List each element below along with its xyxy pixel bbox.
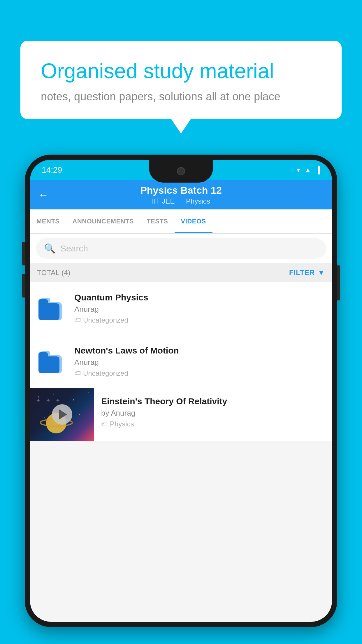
signal-icon: ▲ xyxy=(304,166,311,174)
folder-icon xyxy=(38,297,65,320)
svg-point-2 xyxy=(73,399,74,400)
tag-icon: 🏷 xyxy=(74,316,81,324)
svg-point-6 xyxy=(79,414,80,415)
volume-up-button xyxy=(22,242,25,265)
video-title: Newton's Laws of Motion xyxy=(74,346,325,356)
notch xyxy=(149,160,213,183)
video-author: Anurag xyxy=(74,358,325,367)
folder-front xyxy=(38,303,59,320)
svg-point-0 xyxy=(38,396,39,398)
video-author: Anurag xyxy=(74,305,325,314)
video-info: Newton's Laws of Motion Anurag 🏷 Uncateg… xyxy=(74,346,325,377)
status-time: 14:29 xyxy=(42,165,62,175)
tab-videos[interactable]: VIDEOS xyxy=(175,209,212,233)
list-item[interactable]: Quantum Physics Anurag 🏷 Uncategorized xyxy=(30,282,332,335)
search-container: 🔍 Search xyxy=(30,234,332,263)
subtitle-physics: Physics xyxy=(186,197,210,205)
filter-icon: ▼ xyxy=(318,269,325,277)
folder-icon-container xyxy=(37,347,66,376)
tag-icon: 🏷 xyxy=(101,420,108,428)
tab-announcements[interactable]: ANNOUNCEMENTS xyxy=(66,209,140,233)
speech-bubble-section: Organised study material notes, question… xyxy=(20,41,342,119)
video-tag: 🏷 Uncategorized xyxy=(74,369,325,377)
search-placeholder: Search xyxy=(60,244,88,253)
tabs-bar: MENTS ANNOUNCEMENTS TESTS VIDEOS xyxy=(30,209,332,234)
video-thumbnail xyxy=(30,388,94,441)
wifi-icon: ▾ xyxy=(297,166,300,174)
batch-subtitle: IIT JEE Physics xyxy=(140,197,222,205)
play-triangle xyxy=(59,409,67,420)
tag-label: Physics xyxy=(110,420,134,428)
video-title: Quantum Physics xyxy=(74,293,325,302)
filter-row: TOTAL (4) FILTER ▼ xyxy=(30,263,332,282)
svg-point-1 xyxy=(53,394,54,395)
filter-label: FILTER xyxy=(289,269,315,277)
folder-icon xyxy=(38,350,65,373)
tag-icon: 🏷 xyxy=(74,370,81,377)
tab-ments[interactable]: MENTS xyxy=(30,209,66,233)
video-title: Einstein's Theory Of Relativity xyxy=(101,396,318,406)
power-button xyxy=(337,265,340,300)
svg-point-8 xyxy=(41,435,42,435)
volume-down-button xyxy=(22,274,25,298)
folder-front xyxy=(38,356,59,373)
camera-dot xyxy=(177,167,185,175)
video-list: Quantum Physics Anurag 🏷 Uncategorized xyxy=(30,282,332,441)
list-item[interactable]: Einstein's Theory Of Relativity by Anura… xyxy=(30,388,332,441)
total-count: TOTAL (4) xyxy=(37,269,71,277)
search-icon: 🔍 xyxy=(44,243,56,254)
speech-bubble: Organised study material notes, question… xyxy=(20,41,342,119)
svg-point-3 xyxy=(88,392,89,393)
bubble-subtitle: notes, question papers, solutions all at… xyxy=(41,90,321,103)
video-info: Einstein's Theory Of Relativity by Anura… xyxy=(94,388,325,436)
batch-title: Physics Batch 12 xyxy=(140,185,222,196)
video-tag: 🏷 Uncategorized xyxy=(74,316,325,324)
filter-button[interactable]: FILTER ▼ xyxy=(289,269,325,277)
video-tag: 🏷 Physics xyxy=(101,420,318,428)
search-bar[interactable]: 🔍 Search xyxy=(36,238,326,259)
play-button[interactable] xyxy=(52,404,72,425)
svg-point-5 xyxy=(44,417,45,418)
status-icons: ▾ ▲ ▐ xyxy=(297,166,320,174)
back-button[interactable]: ← xyxy=(38,189,49,201)
app-header: ← Physics Batch 12 IIT JEE Physics xyxy=(30,180,332,209)
header-title-group: Physics Batch 12 IIT JEE Physics xyxy=(140,185,222,205)
phone-mockup: 14:29 ▾ ▲ ▐ ← Physics Batch 12 IIT JEE xyxy=(25,155,337,644)
battery-icon: ▐ xyxy=(315,166,320,174)
tag-label: Uncategorized xyxy=(83,369,128,377)
bubble-title: Organised study material xyxy=(41,58,321,83)
phone-screen: ← Physics Batch 12 IIT JEE Physics MENTS… xyxy=(30,180,332,622)
video-info: Quantum Physics Anurag 🏷 Uncategorized xyxy=(74,293,325,324)
tab-tests[interactable]: TESTS xyxy=(140,209,174,233)
folder-icon-container xyxy=(37,294,66,323)
phone-outer: 14:29 ▾ ▲ ▐ ← Physics Batch 12 IIT JEE xyxy=(25,155,337,627)
list-item[interactable]: Newton's Laws of Motion Anurag 🏷 Uncateg… xyxy=(30,335,332,388)
tag-label: Uncategorized xyxy=(83,316,128,324)
subtitle-iit: IIT JEE xyxy=(152,197,175,205)
video-author: by Anurag xyxy=(101,409,318,418)
